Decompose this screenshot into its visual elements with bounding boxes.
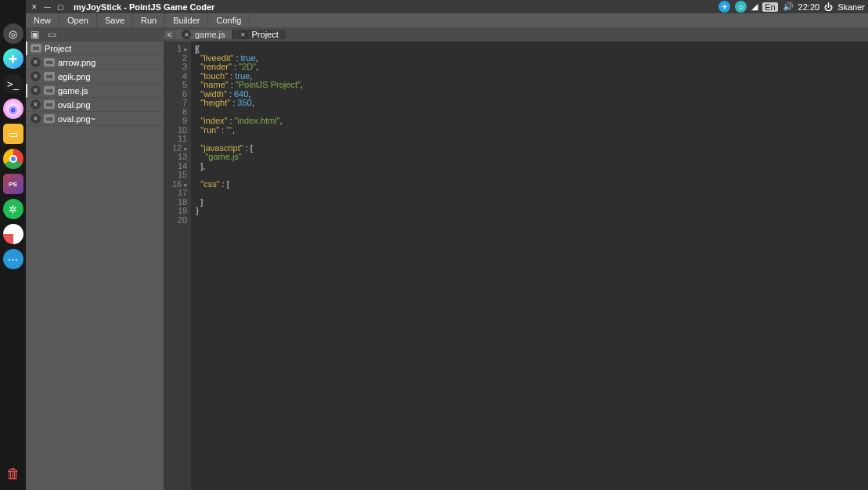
tab-gamejs[interactable]: ✕ game.js: [175, 30, 232, 39]
toolbar-folder-icon[interactable]: ▭: [43, 28, 60, 41]
editor-area: 1 ▾2 3 4 5 6 7 8 9 10 11 12 ▾13 14 15 16…: [164, 41, 868, 490]
dock-chrome-icon[interactable]: [3, 149, 23, 169]
tray-username[interactable]: Skaner: [837, 2, 865, 12]
close-window-button[interactable]: ✕: [29, 2, 39, 12]
close-icon[interactable]: ✕: [182, 30, 191, 39]
delete-icon[interactable]: ✕: [31, 99, 41, 110]
menu-config[interactable]: Config: [208, 13, 250, 27]
os-dock: ◎ ✚ >_ ◉ ▭ PS ✲ ⋯ 🗑: [0, 0, 26, 490]
app-window: ✕ — ▢ myJoyStick - PointJS Game Coder ✈ …: [26, 0, 868, 490]
dock-files-icon[interactable]: ▭: [3, 124, 23, 144]
titlebar: ✕ — ▢ myJoyStick - PointJS Game Coder ✈ …: [26, 0, 868, 13]
tab-project[interactable]: ✕ Project: [232, 30, 286, 39]
toolbar-row: ▣ ▭ < ✕ game.js ✕ Project: [26, 27, 868, 41]
tree-item-oval[interactable]: ✕ os oval.png: [26, 98, 164, 112]
file-badge-icon: os: [44, 86, 55, 95]
dock-atom-icon[interactable]: ✲: [3, 199, 23, 219]
dock-ubuntu-icon[interactable]: ◎: [3, 23, 23, 44]
tree-root-project[interactable]: os Project: [26, 41, 164, 56]
dock-more-icon[interactable]: ⋯: [3, 249, 23, 269]
dock-app1-icon[interactable]: ✚: [3, 49, 23, 69]
tray-wifi-icon[interactable]: ◢: [751, 2, 758, 12]
tray-clock[interactable]: 22:20: [798, 2, 820, 12]
tree-item-label: Project: [45, 44, 71, 53]
file-badge-icon: os: [44, 58, 55, 67]
delete-icon[interactable]: ✕: [31, 57, 41, 67]
code-content[interactable]: { "liveedit" : true, "render" : "2D", "t…: [191, 41, 308, 490]
delete-icon[interactable]: ✕: [31, 113, 41, 124]
maximize-window-button[interactable]: ▢: [56, 2, 66, 12]
dock-phpstorm-icon[interactable]: PS: [3, 174, 23, 194]
minimize-window-button[interactable]: —: [42, 2, 52, 12]
menu-save[interactable]: Save: [97, 13, 133, 27]
delete-icon[interactable]: ✕: [31, 71, 41, 81]
file-tree: os Project ✕ os arrow.png ✕ os egik.png …: [26, 41, 164, 490]
code-editor[interactable]: 1 ▾2 3 4 5 6 7 8 9 10 11 12 ▾13 14 15 16…: [164, 41, 868, 490]
tray-volume-icon[interactable]: 🔊: [783, 2, 794, 12]
tree-item-egik[interactable]: ✕ os egik.png: [26, 70, 164, 84]
menu-open[interactable]: Open: [59, 13, 97, 27]
tree-item-label: arrow.png: [58, 58, 95, 67]
tree-item-arrow[interactable]: ✕ os arrow.png: [26, 56, 164, 70]
tray-telegram-icon[interactable]: ✈: [719, 1, 730, 13]
window-title: myJoyStick - PointJS Game Coder: [74, 2, 214, 12]
close-icon[interactable]: ✕: [239, 30, 248, 39]
tray-language-indicator[interactable]: En: [762, 2, 777, 12]
tab-label: game.js: [195, 30, 225, 39]
menu-builder[interactable]: Builder: [165, 13, 208, 27]
tray-app-icon[interactable]: ☺: [735, 1, 747, 13]
menu-new[interactable]: New: [26, 13, 59, 27]
dock-trash-icon[interactable]: 🗑: [6, 466, 20, 490]
file-badge-icon: os: [31, 44, 41, 52]
main-area: os Project ✕ os arrow.png ✕ os egik.png …: [26, 41, 868, 490]
tree-item-label: oval.png~: [58, 114, 95, 124]
tree-item-label: game.js: [58, 86, 88, 95]
file-badge-icon: os: [44, 114, 55, 123]
menubar: New Open Save Run Builder Config: [26, 13, 868, 27]
line-gutter: 1 ▾2 3 4 5 6 7 8 9 10 11 12 ▾13 14 15 16…: [164, 41, 191, 490]
tree-item-label: oval.png: [58, 100, 91, 110]
tabs-scroll-left[interactable]: <: [164, 31, 175, 39]
file-badge-icon: os: [44, 72, 55, 81]
toolbar-window-icon[interactable]: ▣: [26, 28, 43, 41]
dock-terminal-icon[interactable]: >_: [3, 74, 23, 94]
tree-item-label: egik.png: [58, 72, 91, 81]
dock-disk-icon[interactable]: [3, 224, 23, 244]
tree-item-gamejs[interactable]: ✕ os game.js: [26, 84, 164, 98]
file-badge-icon: os: [44, 100, 55, 109]
tray-power-icon[interactable]: ⏻: [824, 2, 833, 12]
delete-icon[interactable]: ✕: [31, 85, 41, 95]
dock-camera-icon[interactable]: ◉: [3, 99, 23, 119]
menu-run[interactable]: Run: [133, 13, 165, 27]
tree-item-oval-backup[interactable]: ✕ os oval.png~: [26, 112, 164, 126]
tab-label: Project: [252, 30, 279, 39]
